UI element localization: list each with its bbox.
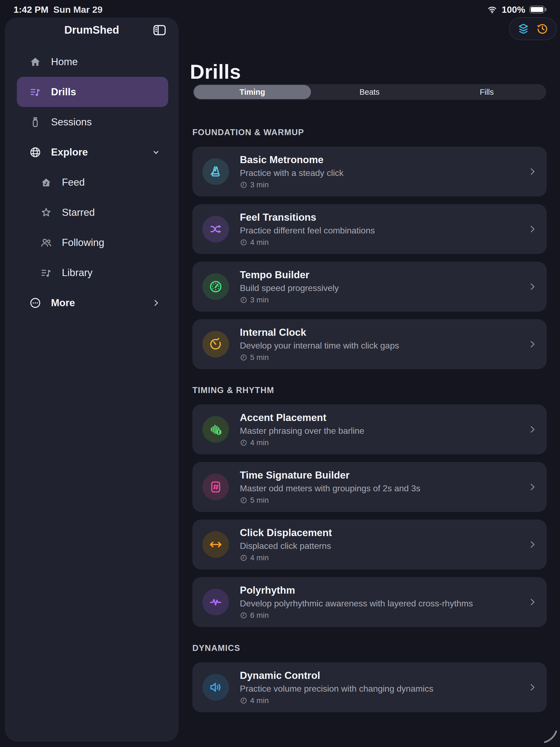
sidebar-item-home[interactable]: Home — [17, 47, 168, 77]
sidebar-item-label: Home — [51, 56, 161, 68]
number-square-icon — [208, 480, 223, 494]
sidebar-item-explore[interactable]: Explore — [17, 137, 168, 167]
drill-duration-label: 4 min — [250, 696, 269, 705]
chevron-right-icon — [527, 482, 537, 492]
sidebar-item-label: Starred — [62, 207, 161, 218]
drill-duration: 3 min — [240, 295, 527, 304]
chevron-right-icon — [527, 424, 537, 435]
drill-subtitle: Develop your internal time with click ga… — [240, 341, 527, 351]
sidebar-item-starred[interactable]: Starred — [17, 197, 168, 228]
section-header: DYNAMICS — [192, 643, 547, 653]
drill-card-basic-metronome[interactable]: Basic MetronomePractice with a steady cl… — [192, 147, 547, 197]
segment-timing[interactable]: Timing — [194, 85, 311, 99]
chevron-right-icon — [527, 282, 537, 292]
section-header: FOUNDATION & WARMUP — [192, 128, 547, 137]
arrow-left-right-icon — [208, 537, 223, 552]
chevron-right-icon — [527, 539, 537, 550]
app-title: DrumShed — [64, 24, 119, 36]
clock-icon — [240, 354, 247, 361]
chevron-down-icon — [152, 148, 161, 157]
drill-duration: 4 min — [240, 696, 527, 705]
drill-subtitle: Build speed progressively — [240, 283, 527, 293]
star-icon — [40, 206, 52, 219]
chevron-right-icon — [527, 482, 537, 492]
waveform-pulse-icon — [208, 595, 223, 609]
sidebar-toggle-button[interactable] — [152, 22, 168, 38]
clock-icon — [240, 554, 247, 562]
gauge-icon — [208, 279, 223, 294]
clock-icon — [240, 239, 247, 246]
layers-icon — [517, 22, 530, 35]
nav-list: HomeDrillsSessionsExploreFeedStarredFoll… — [5, 47, 179, 318]
drill-card-feel-transitions[interactable]: Feel TransitionsPractice different feel … — [192, 204, 547, 254]
sidebar-item-label: Drills — [51, 86, 161, 98]
drill-duration: 4 min — [240, 553, 527, 562]
drill-subtitle: Practice volume precision with changing … — [240, 684, 527, 694]
sidebar-item-feed[interactable]: Feed — [17, 167, 168, 197]
segment-beats[interactable]: Beats — [311, 85, 428, 99]
drill-subtitle: Practice with a steady click — [240, 168, 527, 178]
chevron-right-icon — [152, 298, 161, 308]
drill-title: Dynamic Control — [240, 670, 527, 681]
chevron-right-icon — [527, 282, 537, 292]
corner-gesture-indicator — [543, 730, 558, 744]
battery-icon — [529, 6, 546, 13]
drill-duration-label: 3 min — [250, 295, 269, 304]
segment-fills[interactable]: Fills — [428, 85, 545, 99]
music-note-list-icon — [40, 266, 52, 279]
clock-time: 1:42 PM — [14, 4, 49, 15]
drill-icon-badge — [203, 474, 229, 500]
drill-card-time-signature-builder[interactable]: Time Signature BuilderMaster odd meters … — [192, 462, 547, 512]
drill-title: Click Displacement — [240, 527, 527, 539]
status-bar: 1:42 PM Sun Mar 29 100% — [0, 0, 560, 17]
drill-card-click-displacement[interactable]: Click DisplacementDisplaced click patter… — [192, 519, 547, 569]
drill-duration: 5 min — [240, 496, 527, 505]
drill-subtitle: Master phrasing over the barline — [240, 426, 527, 436]
drill-duration-label: 6 min — [250, 611, 269, 620]
drill-duration-label: 4 min — [250, 238, 269, 247]
drill-icon-badge — [203, 674, 229, 701]
jar-icon — [27, 116, 44, 128]
sidebar-item-drills[interactable]: Drills — [17, 77, 168, 107]
drill-title: Polyrhythm — [240, 585, 527, 596]
drill-duration: 5 min — [240, 353, 527, 362]
drill-card-tempo-builder[interactable]: Tempo BuilderBuild speed progressively3 … — [192, 262, 547, 312]
drill-card-polyrhythm[interactable]: PolyrhythmDevelop polyrhythmic awareness… — [192, 577, 547, 627]
drill-duration: 6 min — [240, 611, 527, 620]
drill-title: Basic Metronome — [240, 154, 527, 165]
sidebar-item-following[interactable]: Following — [17, 228, 168, 258]
chevron-right-icon — [527, 224, 537, 234]
drill-card-dynamic-control[interactable]: Dynamic ControlPractice volume precision… — [192, 662, 547, 712]
drill-card-internal-clock[interactable]: Internal ClockDevelop your internal time… — [192, 319, 547, 369]
drill-duration-label: 5 min — [250, 496, 269, 505]
chevron-right-icon — [152, 298, 161, 308]
chevron-right-icon — [527, 597, 537, 607]
house-music-icon — [40, 176, 52, 189]
sidebar-item-library[interactable]: Library — [17, 258, 168, 288]
sidebar-item-more[interactable]: More — [17, 288, 168, 318]
people-icon — [37, 236, 55, 249]
drill-title: Feel Transitions — [240, 212, 527, 223]
drill-icon-badge — [203, 416, 229, 443]
drill-card-accent-placement[interactable]: Accent PlacementMaster phrasing over the… — [192, 405, 547, 455]
drill-duration: 4 min — [240, 438, 527, 447]
sidebar-toggle-icon — [152, 23, 167, 38]
clock-icon — [240, 496, 247, 504]
timer-icon — [208, 337, 223, 352]
drill-icon-badge — [203, 531, 229, 558]
home-icon — [27, 56, 44, 68]
section-dynamics: DYNAMICSDynamic ControlPractice volume p… — [192, 643, 547, 712]
sidebar-item-label: Explore — [51, 147, 152, 158]
layers-button[interactable] — [517, 22, 530, 35]
music-note-list-icon — [37, 266, 55, 279]
battery-percent: 100% — [502, 4, 525, 15]
drill-title: Internal Clock — [240, 327, 527, 338]
wifi-icon — [487, 4, 498, 15]
section-timing-rhythm: TIMING & RHYTHMAccent PlacementMaster ph… — [192, 385, 547, 627]
shuffle-icon — [208, 222, 223, 236]
history-button[interactable] — [536, 22, 549, 35]
sidebar-item-sessions[interactable]: Sessions — [17, 107, 168, 137]
drill-subtitle: Displaced click patterns — [240, 541, 527, 551]
drills-toolbar — [509, 17, 557, 40]
jar-icon — [29, 116, 42, 128]
